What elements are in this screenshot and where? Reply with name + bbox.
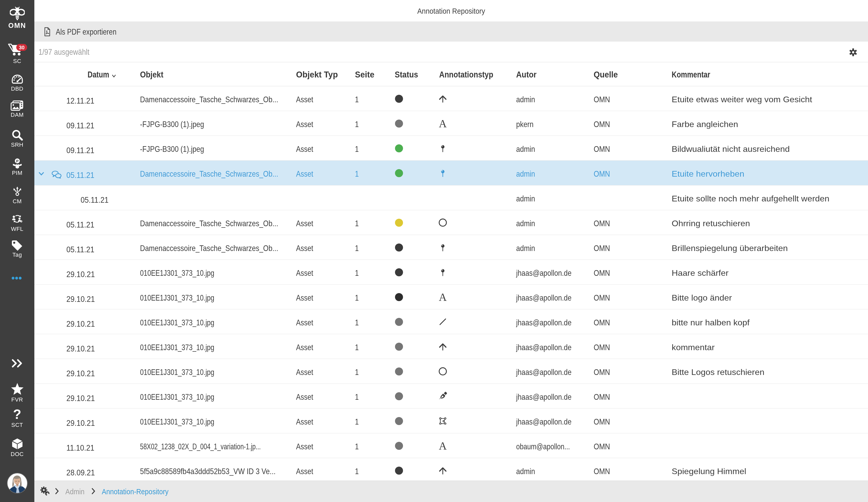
- svg-text:P: P: [16, 159, 19, 163]
- svg-text:30: 30: [19, 45, 24, 50]
